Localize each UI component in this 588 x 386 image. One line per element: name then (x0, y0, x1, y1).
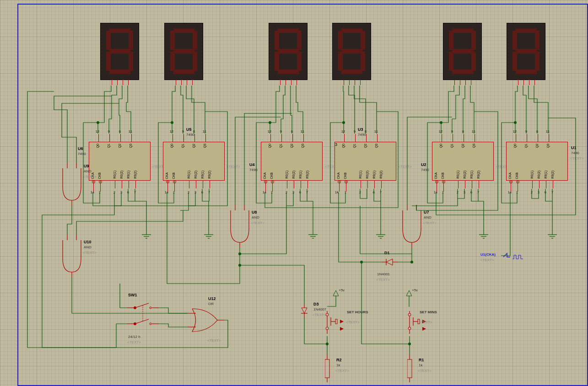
u12-part: OR (208, 302, 214, 306)
svg-point-97 (342, 121, 345, 124)
seven-seg-4[interactable] (269, 23, 307, 80)
ic-u1[interactable]: 12 9 8 11 Q0Q1Q2Q3 CKACKB R0(1)R0(2)R9(1… (506, 142, 568, 181)
sw1-ref: SW1 (128, 293, 137, 297)
svg-point-88 (410, 261, 413, 263)
switch-sw1[interactable] (127, 301, 163, 334)
seth-text: <TEXT> (346, 320, 360, 324)
gnd-6 (547, 231, 558, 241)
svg-marker-58 (386, 259, 393, 265)
schematic-canvas[interactable]: 12 9 8 11 Q0Q1Q2Q3 CKACKB R0(1)R0(2)R9(1… (0, 0, 588, 386)
sw1-text: <TEXT> (127, 340, 141, 344)
svg-marker-45 (422, 327, 426, 331)
u4-ref: U4 (249, 162, 255, 167)
or-gate-u12[interactable] (192, 304, 224, 337)
u12-ref: U12 (208, 296, 216, 301)
u6-ref: U6 (78, 146, 83, 151)
ic-u3[interactable]: 12 9 8 11 Q0Q1Q2Q3 CKACKB R0(1)R0(2)R9(1… (334, 142, 396, 181)
svg-point-36 (408, 313, 411, 316)
r1-text: <TEXT> (418, 369, 432, 373)
d1-part: 1N4001 (377, 272, 390, 276)
svg-point-93 (408, 343, 411, 345)
sw1-part: 24/12 h (128, 335, 140, 339)
vcc-2 (405, 290, 415, 305)
u7-part: AND (424, 215, 432, 220)
u1-text: <TEXT> (570, 156, 584, 161)
svg-marker-34 (340, 320, 344, 323)
u10-text: <TEXT> (83, 251, 97, 255)
gnd-2 (203, 231, 214, 241)
u3-ref: U3 (358, 127, 363, 132)
vcc2-label: +5v (412, 288, 418, 292)
ic-u5[interactable]: 12 9 8 11 Q0Q1Q2Q3 CKACKB R0(1)R0(2)R9(1… (163, 142, 225, 181)
gnd-4 (375, 231, 386, 241)
diode-d1[interactable] (382, 257, 400, 270)
vcc1-label: +5v (339, 288, 345, 292)
ic-u6[interactable]: 12 9 8 11 Q0Q1Q2Q3 CKACKB R0(1)R0(2)R9(1… (89, 142, 151, 181)
u9-text: <TEXT> (83, 175, 97, 179)
setm-label: SET MINS (420, 310, 437, 314)
seven-seg-1[interactable] (507, 23, 545, 80)
svg-point-23 (150, 323, 151, 325)
svg-point-98 (440, 121, 442, 124)
u12-text: <TEXT> (207, 338, 221, 343)
resistor-r1[interactable] (407, 355, 416, 383)
svg-point-90 (238, 264, 241, 267)
d3-ref: D3 (313, 302, 319, 306)
seven-seg-5[interactable] (164, 23, 203, 80)
svg-line-24 (135, 319, 149, 324)
and-gate-u10[interactable] (58, 240, 86, 278)
svg-point-89 (238, 252, 241, 255)
gnd-1 (141, 231, 152, 241)
u6-part: 7490 (78, 152, 86, 156)
svg-rect-50 (407, 359, 412, 378)
svg-rect-33 (335, 319, 337, 324)
u9-ref: U9 (84, 164, 89, 168)
u5-part: 7490 (186, 133, 194, 137)
ic-u4[interactable]: 12 9 8 11 Q0Q1Q2Q3 CKACKB R0(1)R0(2)R9(1… (261, 142, 323, 181)
d1-text: <TEXT> (376, 278, 390, 282)
probe-text: <TEXT> (480, 258, 494, 262)
diode-d3[interactable] (300, 304, 313, 319)
svg-point-99 (514, 121, 517, 124)
u8-part: AND (252, 215, 259, 220)
probe-u1cka[interactable]: U1(CKA) (480, 252, 496, 257)
seth-label: SET HOURS (347, 310, 368, 314)
svg-marker-60 (333, 290, 339, 296)
and-gate-u8[interactable] (226, 210, 254, 248)
r2-ref: R2 (336, 358, 342, 362)
setm-text: <TEXT> (419, 320, 432, 324)
u3-text: <TEXT> (398, 165, 412, 169)
svg-point-27 (326, 327, 329, 330)
seven-seg-2[interactable] (443, 23, 482, 80)
seven-seg-6[interactable] (100, 23, 139, 80)
and-gate-u7[interactable] (398, 210, 426, 248)
vcc-1 (332, 290, 341, 305)
d3-part: 1N4007 (313, 307, 326, 311)
svg-point-37 (408, 327, 411, 330)
d1-ref: D1 (384, 251, 390, 255)
u7-text: <TEXT> (423, 221, 437, 225)
svg-point-96 (269, 121, 271, 124)
probe-icon (503, 252, 526, 263)
gnd-5 (478, 231, 489, 241)
u5-ref: U5 (186, 127, 192, 132)
and-gate-u9[interactable] (58, 168, 86, 206)
u10-part: AND (84, 245, 92, 249)
u9-part: AND (84, 169, 92, 173)
ic-u2[interactable]: 12 9 8 11 Q0Q1Q2Q3 CKACKB R0(1)R0(2)R9(1… (432, 142, 494, 181)
r2-part: 1k (336, 363, 340, 367)
u2-ref: U2 (421, 162, 426, 167)
seven-seg-3[interactable] (332, 23, 371, 80)
svg-point-95 (171, 121, 173, 124)
u1-ref: U1 (571, 145, 577, 150)
resistor-r2[interactable] (325, 355, 334, 383)
u10-ref: U10 (84, 240, 92, 244)
svg-marker-53 (302, 308, 307, 313)
u1-part: 7490 (571, 151, 579, 155)
u3-part: 7490 (358, 133, 366, 137)
svg-marker-35 (340, 327, 344, 331)
r1-ref: R1 (419, 358, 424, 362)
svg-point-91 (326, 343, 329, 345)
u8-text: <TEXT> (251, 221, 264, 225)
u8-ref: U8 (252, 210, 257, 214)
